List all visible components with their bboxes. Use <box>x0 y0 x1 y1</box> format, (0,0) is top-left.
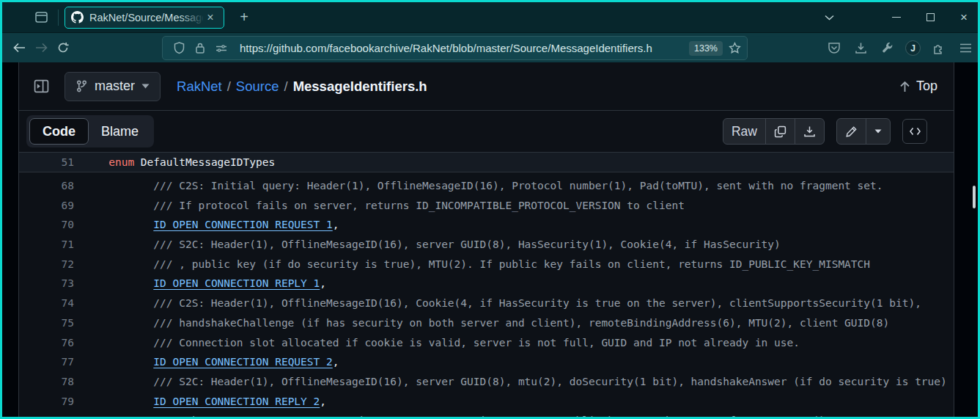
symbol-link[interactable]: ID_OPEN_CONNECTION_REPLY_2 <box>153 396 320 407</box>
lock-icon[interactable] <box>195 42 205 54</box>
edit-button-group <box>836 118 891 145</box>
code-token: /// S2C: Header(1), OfflineMesageID(16),… <box>89 238 781 250</box>
account-avatar[interactable]: J <box>905 40 921 56</box>
breadcrumb-separator: / <box>227 79 231 95</box>
line-number[interactable]: 51 <box>19 156 74 168</box>
file-toolbar: Code Blame Raw <box>19 110 954 152</box>
line-number[interactable]: 78 <box>19 376 74 387</box>
code-line-content: /// S2C: Header(1), OfflineMesageID(16),… <box>89 238 781 250</box>
tab-blame[interactable]: Blame <box>89 118 151 145</box>
symbol-link[interactable]: ID_OPEN_CONNECTION_REPLY_1 <box>153 277 320 289</box>
menu-hamburger-icon[interactable] <box>957 40 973 57</box>
firefox-view-icon[interactable] <box>29 7 54 28</box>
code-line: 76 /// Connection slot allocated if cook… <box>19 332 954 352</box>
code-token <box>89 277 153 289</box>
code-line-content: /// If protocol fails on server, returns… <box>89 200 685 211</box>
back-to-top-link[interactable]: Top <box>899 79 937 94</box>
code-line: 74 /// C2S: Header(1), OfflineMesageID(1… <box>19 294 954 313</box>
line-number[interactable]: 74 <box>19 297 74 309</box>
code-token: /// C2S: Header(1), OfflineMesageID(16),… <box>89 297 921 309</box>
line-number[interactable]: 77 <box>19 356 74 368</box>
code-line: 69 /// If protocol fails on server, retu… <box>19 195 954 215</box>
zoom-level-badge[interactable]: 133% <box>689 41 723 56</box>
code-token: /// If protocol fails on server, returns… <box>89 200 685 211</box>
code-lines: 68 /// C2S: Initial query: Header(1), Of… <box>19 172 954 417</box>
code-line: 73 ID_OPEN_CONNECTION_REPLY_1, <box>19 274 954 294</box>
tab-title-fade <box>180 7 205 28</box>
github-page: master RakNet / Source / MessageIdentifi… <box>2 62 978 417</box>
window-controls: × <box>818 2 978 32</box>
copy-icon[interactable] <box>765 119 795 144</box>
line-number[interactable]: 71 <box>19 238 74 250</box>
browser-titlebar: RakNet/Source/MessageIdentifi × + × <box>2 2 978 32</box>
maximize-button[interactable] <box>919 7 941 29</box>
edit-pencil-icon[interactable] <box>837 119 866 144</box>
branch-selector-button[interactable]: master <box>65 72 161 101</box>
edit-dropdown-caret-icon[interactable] <box>866 119 890 144</box>
line-number[interactable]: 80 <box>19 415 74 417</box>
tab-close-icon[interactable]: × <box>203 10 218 25</box>
permissions-icon[interactable] <box>215 43 227 54</box>
line-number[interactable]: 68 <box>19 180 74 192</box>
code-line: 75 /// handshakeChallenge (if has securi… <box>19 313 954 333</box>
breadcrumb-folder-link[interactable]: Source <box>236 79 279 95</box>
navbar-toolbar-icons: J <box>826 33 973 63</box>
line-number[interactable]: 75 <box>19 317 74 329</box>
raw-button-group: Raw <box>723 118 825 145</box>
code-line: 70 ID_OPEN_CONNECTION_REQUEST_1, <box>19 215 954 235</box>
code-token: /// C2S: Initial query: Header(1), Offli… <box>89 180 883 192</box>
code-line-content: /// RakPeer - Remote system requires sec… <box>89 415 825 417</box>
new-tab-button[interactable]: + <box>233 7 255 29</box>
symbol-link[interactable]: ID_OPEN_CONNECTION_REQUEST_2 <box>153 356 332 368</box>
download-raw-icon[interactable] <box>795 119 824 144</box>
file-tree-panel-icon[interactable] <box>32 78 50 95</box>
page-scrollbar-thumb[interactable] <box>973 186 976 208</box>
github-logo-icon <box>71 11 84 23</box>
code-line-content: ID_OPEN_CONNECTION_REQUEST_2, <box>89 356 339 368</box>
code-view: 51 enum DefaultMessageIDTypes 68 /// C2S… <box>19 152 954 417</box>
code-token: /// RakPeer - Remote system requires sec… <box>89 415 825 417</box>
code-line: 72 /// , public key (if do security is t… <box>19 254 954 274</box>
extensions-puzzle-icon[interactable] <box>931 40 947 57</box>
line-number[interactable]: 79 <box>19 396 74 407</box>
browser-tab[interactable]: RakNet/Source/MessageIdentifi × <box>65 7 224 29</box>
code-token: , <box>333 219 339 230</box>
url-text[interactable]: https://github.com/facebookarchive/RakNe… <box>240 42 689 54</box>
code-line-content: enum DefaultMessageIDTypes <box>89 156 275 168</box>
file-view-container: master RakNet / Source / MessageIdentifi… <box>18 62 954 417</box>
window-close-button[interactable]: × <box>953 7 975 29</box>
line-number[interactable]: 72 <box>19 258 74 270</box>
wrench-icon[interactable] <box>879 40 895 57</box>
forward-icon[interactable] <box>30 37 52 59</box>
tab-code[interactable]: Code <box>29 118 89 145</box>
downloads-icon[interactable] <box>852 40 869 57</box>
code-line: 71 /// S2C: Header(1), OfflineMesageID(1… <box>19 235 954 255</box>
line-number[interactable]: 76 <box>19 337 74 349</box>
sticky-symbol-row: 51 enum DefaultMessageIDTypes <box>19 153 954 172</box>
breadcrumb-repo-link[interactable]: RakNet <box>177 79 222 95</box>
minimize-button[interactable] <box>885 7 907 29</box>
code-token: DefaultMessageIDTypes <box>134 156 275 168</box>
code-token: , <box>320 277 326 289</box>
reload-icon[interactable] <box>52 37 74 59</box>
raw-button[interactable]: Raw <box>723 119 765 144</box>
line-number[interactable]: 73 <box>19 277 74 289</box>
bookmark-star-icon[interactable] <box>729 42 741 54</box>
code-token: , <box>333 356 339 368</box>
address-bar[interactable]: https://github.com/facebookarchive/RakNe… <box>162 36 748 60</box>
line-number[interactable]: 70 <box>19 219 74 230</box>
code-token <box>89 396 153 407</box>
list-tabs-chevron-icon[interactable] <box>818 7 840 29</box>
code-line-content: /// Connection slot allocated if cookie … <box>89 337 800 349</box>
symbols-panel-icon[interactable] <box>902 119 927 144</box>
shield-icon[interactable] <box>174 42 185 54</box>
code-token: /// S2C: Header(1), OfflineMesageID(16),… <box>89 376 947 387</box>
browser-window: RakNet/Source/MessageIdentifi × + × <box>0 0 980 419</box>
line-number[interactable]: 69 <box>19 200 74 211</box>
back-icon[interactable] <box>8 37 30 59</box>
code-line: 68 /// C2S: Initial query: Header(1), Of… <box>19 176 954 196</box>
breadcrumb-separator: / <box>284 79 287 95</box>
pocket-icon[interactable] <box>826 40 842 57</box>
symbol-link[interactable]: ID_OPEN_CONNECTION_REQUEST_1 <box>153 219 332 230</box>
code-line: 77 ID_OPEN_CONNECTION_REQUEST_2, <box>19 352 954 372</box>
